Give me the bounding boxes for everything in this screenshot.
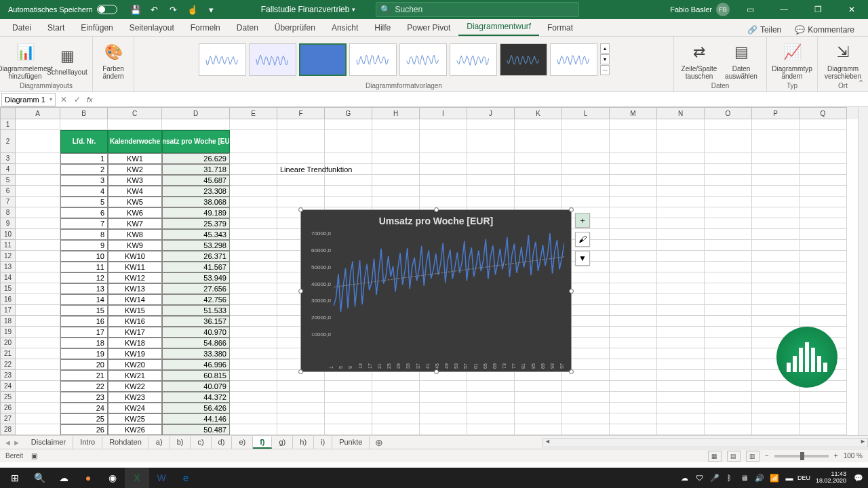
cell-O28[interactable]: [705, 424, 752, 435]
cell-J25[interactable]: [467, 392, 515, 403]
cell-M14[interactable]: [610, 272, 657, 283]
resize-handle[interactable]: [434, 369, 439, 374]
cell-D21[interactable]: 33.380: [162, 348, 230, 359]
cell-P5[interactable]: [752, 175, 800, 186]
cell-H27[interactable]: [372, 413, 420, 424]
cell-Q12[interactable]: [800, 251, 847, 262]
taskbar-obs-icon[interactable]: ◉: [100, 468, 125, 488]
sheet-nav-next-icon[interactable]: ►: [13, 439, 20, 447]
cell-M2[interactable]: [610, 130, 657, 153]
cell-Q26[interactable]: [800, 403, 847, 413]
cell-O1[interactable]: [705, 119, 752, 130]
cell-H26[interactable]: [372, 403, 420, 413]
cell-M11[interactable]: [610, 240, 657, 251]
cell-E14[interactable]: [230, 272, 277, 283]
cell-C14[interactable]: KW12: [108, 272, 162, 283]
macro-record-icon[interactable]: ▣: [31, 452, 37, 460]
cell-F4[interactable]: Lineare Trendfunktion: [277, 164, 325, 175]
cell-B23[interactable]: 21: [60, 370, 108, 381]
cell-Q18[interactable]: [800, 316, 847, 327]
close-icon[interactable]: ✕: [838, 0, 865, 19]
cell-E7[interactable]: [230, 197, 277, 207]
cell-Q17[interactable]: [800, 305, 847, 316]
cell-Q5[interactable]: [800, 175, 847, 186]
cell-C12[interactable]: KW10: [108, 251, 162, 262]
cell-A2[interactable]: [16, 130, 60, 153]
cell-I24[interactable]: [420, 381, 467, 392]
row-header-15[interactable]: 15: [0, 283, 16, 294]
cell-E6[interactable]: [230, 186, 277, 197]
cell-J24[interactable]: [467, 381, 515, 392]
cell-A18[interactable]: [16, 316, 60, 327]
cell-D2[interactable]: Umsatz pro Woche [EUR]: [162, 130, 230, 153]
autosave-toggle[interactable]: Automatisches Speichern: [3, 5, 123, 14]
tab-start[interactable]: Start: [39, 20, 73, 36]
column-header-M[interactable]: M: [610, 107, 657, 119]
zoom-out-button[interactable]: −: [765, 452, 769, 460]
column-header-I[interactable]: I: [420, 107, 467, 119]
cell-N18[interactable]: [657, 316, 705, 327]
cell-D6[interactable]: 23.308: [162, 186, 230, 197]
cell-Q25[interactable]: [800, 392, 847, 403]
chart-style-5[interactable]: [399, 43, 447, 76]
tab-hilfe[interactable]: Hilfe: [366, 20, 399, 36]
cell-G5[interactable]: [325, 175, 372, 186]
tab-formeln[interactable]: Formeln: [182, 20, 229, 36]
cell-A15[interactable]: [16, 283, 60, 294]
cell-I6[interactable]: [420, 186, 467, 197]
cell-B11[interactable]: 9: [60, 240, 108, 251]
tray-mic-icon[interactable]: 🎤: [708, 468, 722, 488]
cell-A16[interactable]: [16, 294, 60, 305]
cell-H3[interactable]: [372, 153, 420, 164]
cell-A11[interactable]: [16, 240, 60, 251]
cell-G26[interactable]: [325, 403, 372, 413]
cell-G7[interactable]: [325, 197, 372, 207]
chart-styles-button[interactable]: 🖌: [575, 232, 590, 247]
cell-P25[interactable]: [752, 392, 800, 403]
cell-B3[interactable]: 1: [60, 153, 108, 164]
column-header-F[interactable]: F: [277, 107, 325, 119]
redo-icon[interactable]: ↷: [165, 1, 182, 18]
cell-Q2[interactable]: [800, 130, 847, 153]
row-header-16[interactable]: 16: [0, 294, 16, 305]
cell-L26[interactable]: [562, 403, 610, 413]
chart-title[interactable]: Umsatz pro Woche [EUR]: [301, 210, 571, 229]
cell-E10[interactable]: [230, 229, 277, 240]
cell-A10[interactable]: [16, 229, 60, 240]
embedded-chart[interactable]: Umsatz pro Woche [EUR] 10000,020000,0300…: [300, 209, 572, 372]
select-data-button[interactable]: ▤ Daten auswählen: [722, 39, 761, 80]
cell-A6[interactable]: [16, 186, 60, 197]
cell-J5[interactable]: [467, 175, 515, 186]
cell-M28[interactable]: [610, 424, 657, 435]
cell-P2[interactable]: [752, 130, 800, 153]
cell-K27[interactable]: [515, 413, 562, 424]
cell-N2[interactable]: [657, 130, 705, 153]
cell-C18[interactable]: KW16: [108, 316, 162, 327]
cell-A8[interactable]: [16, 207, 60, 218]
row-header-3[interactable]: 3: [0, 153, 16, 164]
cell-E13[interactable]: [230, 262, 277, 272]
tray-bluetooth-icon[interactable]: ᛒ: [723, 468, 736, 488]
column-header-P[interactable]: P: [752, 107, 800, 119]
cell-F26[interactable]: [277, 403, 325, 413]
cell-Q14[interactable]: [800, 272, 847, 283]
cell-E15[interactable]: [230, 283, 277, 294]
zoom-in-button[interactable]: +: [834, 452, 838, 460]
cell-M23[interactable]: [610, 370, 657, 381]
cell-J28[interactable]: [467, 424, 515, 435]
cell-O6[interactable]: [705, 186, 752, 197]
cell-D5[interactable]: 45.687: [162, 175, 230, 186]
cell-Q11[interactable]: [800, 240, 847, 251]
cell-E26[interactable]: [230, 403, 277, 413]
cell-M6[interactable]: [610, 186, 657, 197]
cell-P13[interactable]: [752, 262, 800, 272]
cell-M13[interactable]: [610, 262, 657, 272]
search-input[interactable]: 🔍 Suchen: [376, 2, 579, 17]
cell-E27[interactable]: [230, 413, 277, 424]
tab-einfügen[interactable]: Einfügen: [73, 20, 121, 36]
cell-B21[interactable]: 19: [60, 348, 108, 359]
column-header-Q[interactable]: Q: [800, 107, 847, 119]
cell-H1[interactable]: [372, 119, 420, 130]
cell-C4[interactable]: KW2: [108, 164, 162, 175]
cell-C8[interactable]: KW6: [108, 207, 162, 218]
